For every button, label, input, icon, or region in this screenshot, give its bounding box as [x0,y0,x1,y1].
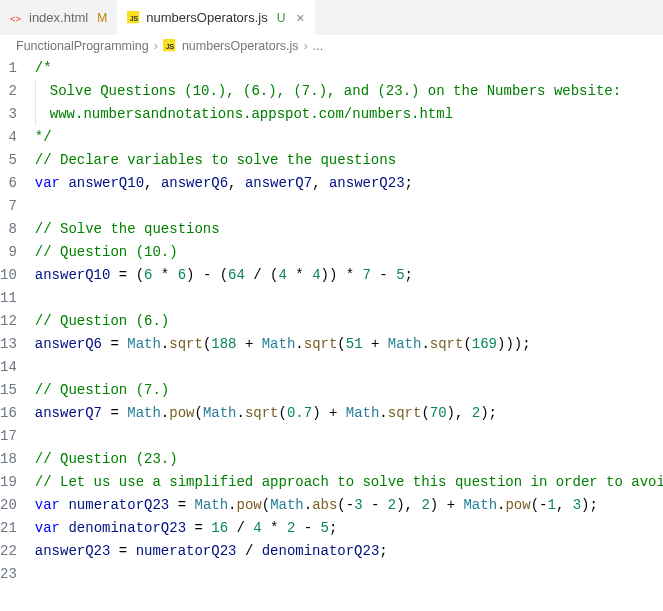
code-line[interactable] [35,563,663,586]
line-number: 21 [0,517,17,540]
close-icon[interactable]: × [296,10,304,26]
line-number: 7 [0,195,17,218]
code-line[interactable]: answerQ10 = (6 * 6) - (64 / (4 * 4)) * 7… [35,264,663,287]
code-line[interactable]: // Question (6.) [35,310,663,333]
code-line[interactable]: answerQ23 = numeratorQ23 / denominatorQ2… [35,540,663,563]
code-line[interactable]: // Question (23.) [35,448,663,471]
breadcrumb-file[interactable]: numbersOperators.js [182,39,299,53]
line-number: 17 [0,425,17,448]
tab-bar: <> index.html M JS numbersOperators.js U… [0,0,663,35]
line-number: 20 [0,494,17,517]
code-line[interactable] [35,356,663,379]
tab-label: numbersOperators.js [146,10,267,25]
line-number: 14 [0,356,17,379]
code-line[interactable]: Solve Questions (10.), (6.), (7.), and (… [35,80,663,103]
code-editor[interactable]: 1234567891011121314151617181920212223 /*… [0,57,663,586]
breadcrumb[interactable]: FunctionalProgramming › JS numbersOperat… [0,35,663,57]
line-number-gutter: 1234567891011121314151617181920212223 [0,57,35,586]
tab-numbers-operators[interactable]: JS numbersOperators.js U × [117,0,314,35]
line-number: 23 [0,563,17,586]
tab-index-html[interactable]: <> index.html M [0,0,117,35]
chevron-right-icon: › [304,39,308,53]
line-number: 4 [0,126,17,149]
git-status-modified: M [97,11,107,25]
code-line[interactable]: // Question (10.) [35,241,663,264]
line-number: 16 [0,402,17,425]
tab-label: index.html [29,10,88,25]
line-number: 2 [0,80,17,103]
code-line[interactable] [35,287,663,310]
svg-text:JS: JS [130,14,139,21]
svg-text:<>: <> [10,12,22,23]
code-line[interactable]: www.numbersandnotations.appspot.com/numb… [35,103,663,126]
code-line[interactable]: var denominatorQ23 = 16 / 4 * 2 - 5; [35,517,663,540]
git-status-untracked: U [277,11,286,25]
js-file-icon: JS [163,39,177,53]
line-number: 10 [0,264,17,287]
breadcrumb-folder[interactable]: FunctionalProgramming [16,39,149,53]
line-number: 22 [0,540,17,563]
code-line[interactable]: // Solve the questions [35,218,663,241]
line-number: 18 [0,448,17,471]
line-number: 8 [0,218,17,241]
line-number: 5 [0,149,17,172]
code-line[interactable]: /* [35,57,663,80]
code-line[interactable]: // Question (7.) [35,379,663,402]
line-number: 19 [0,471,17,494]
line-number: 1 [0,57,17,80]
code-line[interactable]: var answerQ10, answerQ6, answerQ7, answe… [35,172,663,195]
line-number: 15 [0,379,17,402]
code-content[interactable]: /*Solve Questions (10.), (6.), (7.), and… [35,57,663,586]
line-number: 3 [0,103,17,126]
code-line[interactable]: // Declare variables to solve the questi… [35,149,663,172]
code-line[interactable]: */ [35,126,663,149]
code-line[interactable]: var numeratorQ23 = Math.pow(Math.abs(-3 … [35,494,663,517]
code-line[interactable] [35,425,663,448]
html-file-icon: <> [10,11,24,25]
code-line[interactable]: answerQ7 = Math.pow(Math.sqrt(0.7) + Mat… [35,402,663,425]
line-number: 9 [0,241,17,264]
svg-text:JS: JS [166,43,175,50]
chevron-right-icon: › [154,39,158,53]
code-line[interactable] [35,195,663,218]
js-file-icon: JS [127,11,141,25]
code-line[interactable]: answerQ6 = Math.sqrt(188 + Math.sqrt(51 … [35,333,663,356]
line-number: 6 [0,172,17,195]
line-number: 11 [0,287,17,310]
code-line[interactable]: // Let us use a simplified approach to s… [35,471,663,494]
line-number: 12 [0,310,17,333]
breadcrumb-more[interactable]: ... [313,39,323,53]
line-number: 13 [0,333,17,356]
